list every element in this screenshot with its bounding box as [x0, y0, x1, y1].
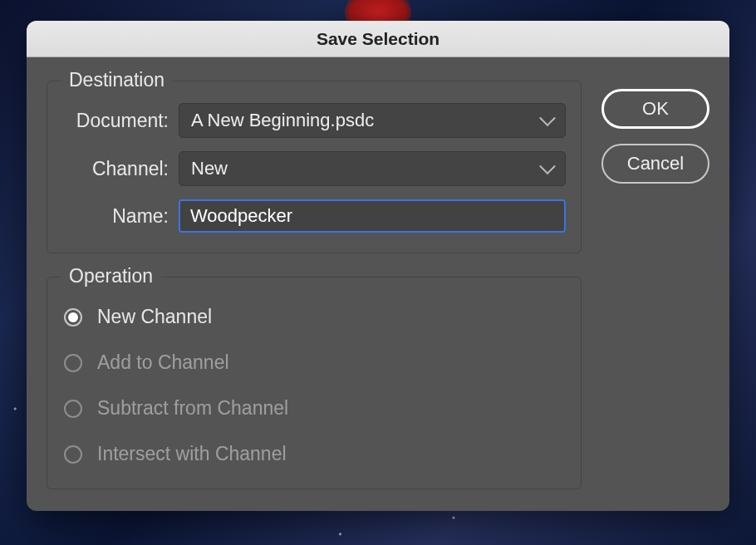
operation-legend: Operation: [61, 265, 161, 287]
document-select[interactable]: A New Beginning.psdc: [179, 103, 566, 138]
ok-button[interactable]: OK: [601, 89, 709, 129]
document-label: Document:: [62, 110, 179, 132]
radio-icon: [64, 445, 82, 464]
channel-value: New: [191, 158, 228, 179]
radio-icon: [64, 354, 82, 372]
name-label: Name:: [62, 205, 179, 228]
channel-select[interactable]: New: [179, 151, 566, 186]
cancel-button[interactable]: Cancel: [601, 144, 709, 184]
operation-new-channel[interactable]: New Channel: [62, 299, 566, 345]
channel-row: Channel: New: [62, 151, 566, 186]
operation-intersect-with-channel: Intersect with Channel: [62, 436, 566, 482]
save-selection-dialog: Save Selection Destination Document: A N…: [27, 21, 729, 511]
operation-fieldset: Operation New Channel Add to Channel Sub…: [47, 277, 582, 489]
operation-add-to-channel: Add to Channel: [62, 345, 566, 390]
button-column: OK Cancel: [601, 81, 709, 511]
form-column: Destination Document: A New Beginning.ps…: [47, 81, 582, 511]
radio-label: Subtract from Channel: [97, 397, 288, 420]
radio-icon: [64, 400, 82, 418]
document-value: A New Beginning.psdc: [191, 110, 374, 131]
dialog-content: Destination Document: A New Beginning.ps…: [27, 57, 729, 511]
channel-label: Channel:: [62, 158, 179, 180]
name-row: Name:: [62, 199, 566, 233]
dialog-title: Save Selection: [317, 29, 439, 49]
radio-icon: [64, 308, 82, 327]
name-input[interactable]: [179, 199, 566, 233]
destination-fieldset: Destination Document: A New Beginning.ps…: [47, 81, 582, 253]
radio-label: Add to Channel: [97, 351, 229, 374]
radio-label: New Channel: [97, 306, 212, 328]
operation-subtract-from-channel: Subtract from Channel: [62, 390, 566, 436]
destination-legend: Destination: [61, 69, 173, 91]
radio-label: Intersect with Channel: [97, 443, 287, 465]
document-row: Document: A New Beginning.psdc: [62, 103, 566, 138]
dialog-titlebar: Save Selection: [27, 21, 729, 57]
